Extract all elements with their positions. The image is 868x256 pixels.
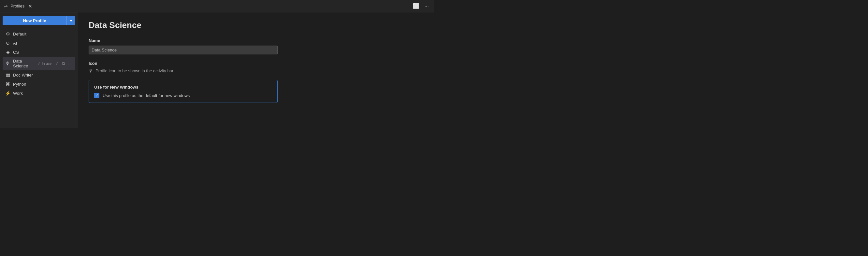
icon-display: 🎙 Profile icon to be shown in the activi…: [89, 68, 424, 73]
bolt-icon: ⚡: [5, 91, 10, 96]
name-input[interactable]: [89, 45, 278, 54]
content-area: Data Science Name Icon 🎙 Profile icon to…: [78, 12, 434, 128]
profile-name-ai: AI: [13, 41, 73, 45]
profile-name-python: Python: [13, 82, 73, 87]
profile-actions: ✓ ⧉ ···: [54, 60, 73, 67]
sidebar-item-data-science[interactable]: 🎙 Data Science ✓ In use ✓ ⧉ ···: [3, 57, 75, 70]
sidebar-item-default[interactable]: ⚙ Default: [3, 30, 75, 38]
title-bar: ⇌ Profiles ✕ ⬜ ···: [0, 0, 434, 12]
more-icon[interactable]: ···: [67, 61, 73, 67]
profile-name-data-science: Data Science: [13, 59, 35, 68]
gear-icon: ⚙: [5, 31, 10, 36]
profile-name-cs: CS: [13, 50, 73, 55]
new-profile-button[interactable]: New Profile: [3, 16, 66, 25]
new-profile-btn-container: New Profile ▾: [3, 16, 75, 25]
use-for-new-windows-title: Use for New Windows: [94, 85, 272, 90]
name-section: Name: [89, 38, 424, 54]
mic-icon: 🎙: [5, 61, 10, 66]
sidebar-item-work[interactable]: ⚡ Work: [3, 89, 75, 97]
checkmark-icon: ✓: [37, 62, 40, 66]
new-window-icon[interactable]: ⧉: [61, 60, 66, 67]
layout-icon[interactable]: ⬜: [411, 2, 421, 10]
table-icon: ▦: [5, 72, 10, 77]
checkbox-checked-icon[interactable]: [94, 93, 99, 98]
use-for-new-windows-section: Use for New Windows Use this profile as …: [89, 80, 278, 103]
more-options-icon[interactable]: ···: [423, 3, 430, 10]
robot-icon: ⊙: [5, 40, 10, 45]
icon-label: Icon: [89, 61, 424, 66]
profile-name-doc-writer: Doc Writer: [13, 73, 73, 77]
checkbox-label: Use this profile as the default for new …: [103, 93, 190, 98]
mic-profile-icon: 🎙: [89, 68, 93, 73]
icon-section: Icon 🎙 Profile icon to be shown in the a…: [89, 61, 424, 73]
page-title: Data Science: [89, 20, 424, 30]
in-use-badge: ✓ In use: [37, 62, 52, 66]
sidebar-item-python[interactable]: ⌘ Python: [3, 80, 75, 88]
sidebar-item-doc-writer[interactable]: ▦ Doc Writer: [3, 71, 75, 79]
dropdown-chevron-icon: ▾: [70, 19, 72, 23]
main-container: New Profile ▾ ⚙ Default ⊙ AI ◈ CS 🎙 Data…: [0, 12, 434, 128]
title-bar-title: Profiles: [10, 4, 25, 8]
close-button[interactable]: ✕: [27, 3, 34, 9]
title-bar-right: ⬜ ···: [411, 2, 430, 10]
shield-icon: ◈: [5, 50, 10, 55]
new-profile-dropdown-button[interactable]: ▾: [66, 16, 75, 25]
icon-description: Profile icon to be shown in the activity…: [95, 68, 173, 73]
profile-name-default: Default: [13, 32, 73, 36]
sidebar-item-cs[interactable]: ◈ CS: [3, 48, 75, 56]
name-label: Name: [89, 38, 424, 43]
sidebar: New Profile ▾ ⚙ Default ⊙ AI ◈ CS 🎙 Data…: [0, 12, 78, 128]
set-active-icon[interactable]: ✓: [54, 61, 60, 67]
checkbox-row[interactable]: Use this profile as the default for new …: [94, 93, 272, 98]
profiles-icon: ⇌: [4, 4, 8, 9]
sidebar-item-ai[interactable]: ⊙ AI: [3, 39, 75, 47]
in-use-label: In use: [42, 62, 52, 65]
title-bar-left: ⇌ Profiles ✕: [4, 3, 34, 9]
profile-name-work: Work: [13, 91, 73, 96]
python-icon: ⌘: [5, 82, 10, 87]
